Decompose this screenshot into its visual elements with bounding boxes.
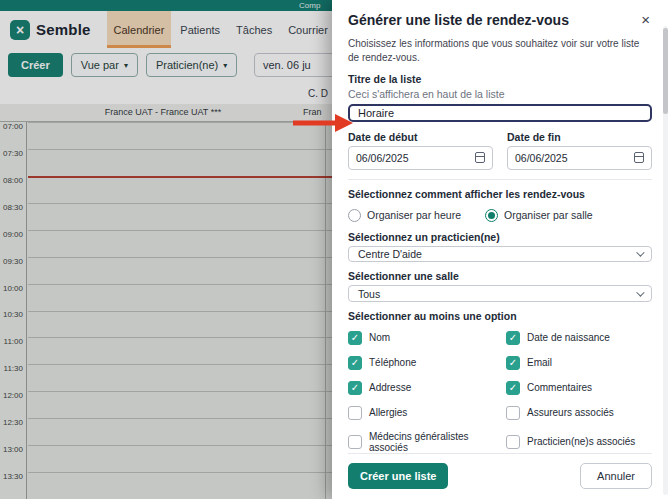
start-date-group: Date de début 06/06/2025 xyxy=(348,131,493,170)
modal-header: Générer une liste de rendez-vous × xyxy=(348,12,652,28)
checkbox-icon xyxy=(348,331,362,345)
checkbox-icon xyxy=(506,356,520,370)
checkbox-label: Médecins généralistes associés xyxy=(369,431,506,453)
practitioner-select-value: Centre D'aide xyxy=(358,248,422,260)
option-date-de-naissance[interactable]: Date de naissance xyxy=(506,331,652,345)
option-allergies[interactable]: Allergies xyxy=(348,406,506,420)
list-title-help: Ceci s'affichera en haut de la liste xyxy=(348,88,652,100)
display-mode-radios: Organiser par heure Organiser par salle xyxy=(348,209,652,222)
list-title-label: Titre de la liste xyxy=(348,73,652,85)
radio-organiser-par-salle[interactable]: Organiser par salle xyxy=(485,209,593,222)
end-date-group: Date de fin 06/06/2025 xyxy=(507,131,652,170)
options-section-label: Sélectionner au moins une option xyxy=(348,310,652,322)
option-practiciens-associes[interactable]: Practicien(ne)s associés xyxy=(506,431,652,453)
close-icon[interactable]: × xyxy=(639,12,652,27)
checkbox-label: Email xyxy=(527,357,552,368)
end-date-label: Date de fin xyxy=(507,131,652,143)
start-date-input[interactable]: 06/06/2025 xyxy=(348,146,493,170)
practitioner-select-label: Sélectionnez un practicien(ne) xyxy=(348,231,652,243)
divider xyxy=(348,179,652,180)
checkbox-label: Addresse xyxy=(369,382,411,393)
create-list-button[interactable]: Créer une liste xyxy=(348,463,448,489)
practitioner-select[interactable]: Centre D'aide xyxy=(348,246,652,263)
end-date-value: 06/06/2025 xyxy=(515,152,568,164)
checkbox-label: Assureurs associés xyxy=(527,407,614,418)
option-medecins-generalistes-associes[interactable]: Médecins généralistes associés xyxy=(348,431,506,453)
calendar-icon xyxy=(475,152,485,163)
room-select-value: Tous xyxy=(358,288,380,300)
radio-label: Organiser par heure xyxy=(367,209,461,221)
checkbox-icon xyxy=(348,406,362,420)
chevron-down-icon xyxy=(636,248,644,256)
radio-label: Organiser par salle xyxy=(504,209,593,221)
list-title-input[interactable] xyxy=(348,104,652,122)
generate-list-modal: Générer une liste de rendez-vous × Chois… xyxy=(332,0,670,499)
start-date-label: Date de début xyxy=(348,131,493,143)
option-email[interactable]: Email xyxy=(506,356,652,370)
option-assureurs-associes[interactable]: Assureurs associés xyxy=(506,406,652,420)
option-telephone[interactable]: Téléphone xyxy=(348,356,506,370)
radio-icon xyxy=(485,209,498,222)
radio-organiser-par-heure[interactable]: Organiser par heure xyxy=(348,209,461,222)
modal-scrollbar-thumb[interactable] xyxy=(663,28,668,114)
checkbox-icon xyxy=(348,435,362,449)
end-date-input[interactable]: 06/06/2025 xyxy=(507,146,652,170)
radio-icon xyxy=(348,209,361,222)
app-screen: Comp × Semble Calendrier Patients Tâches… xyxy=(0,0,670,499)
checkbox-label: Téléphone xyxy=(369,357,416,368)
start-date-value: 06/06/2025 xyxy=(356,152,409,164)
calendar-icon xyxy=(634,152,644,163)
checkbox-icon xyxy=(506,406,520,420)
modal-footer: Créer une liste Annuler xyxy=(348,453,652,489)
display-mode-label: Sélectionnez comment afficher les rendez… xyxy=(348,188,652,200)
checkbox-icon xyxy=(506,435,520,449)
checkbox-label: Practicien(ne)s associés xyxy=(527,436,635,447)
option-addresse[interactable]: Addresse xyxy=(348,381,506,395)
date-range-row: Date de début 06/06/2025 Date de fin 06/… xyxy=(348,131,652,170)
annotation-arrow xyxy=(291,112,354,134)
option-nom[interactable]: Nom xyxy=(348,331,506,345)
room-select-label: Sélectionner une salle xyxy=(348,270,652,282)
checkbox-icon xyxy=(506,331,520,345)
checkbox-label: Date de naissance xyxy=(527,332,610,343)
checkbox-icon xyxy=(506,381,520,395)
checkbox-icon xyxy=(348,381,362,395)
checkbox-label: Commentaires xyxy=(527,382,592,393)
checkbox-label: Nom xyxy=(369,332,390,343)
option-commentaires[interactable]: Commentaires xyxy=(506,381,652,395)
room-select[interactable]: Tous xyxy=(348,285,652,302)
modal-scrollbar-track[interactable] xyxy=(663,26,668,495)
options-grid: Nom Date de naissance Téléphone Email Ad… xyxy=(348,331,652,453)
modal-title: Générer une liste de rendez-vous xyxy=(348,12,569,28)
cancel-button[interactable]: Annuler xyxy=(580,463,652,489)
chevron-down-icon xyxy=(636,288,644,296)
checkbox-label: Allergies xyxy=(369,407,407,418)
modal-description: Choisissez les informations que vous sou… xyxy=(348,37,652,65)
checkbox-icon xyxy=(348,356,362,370)
